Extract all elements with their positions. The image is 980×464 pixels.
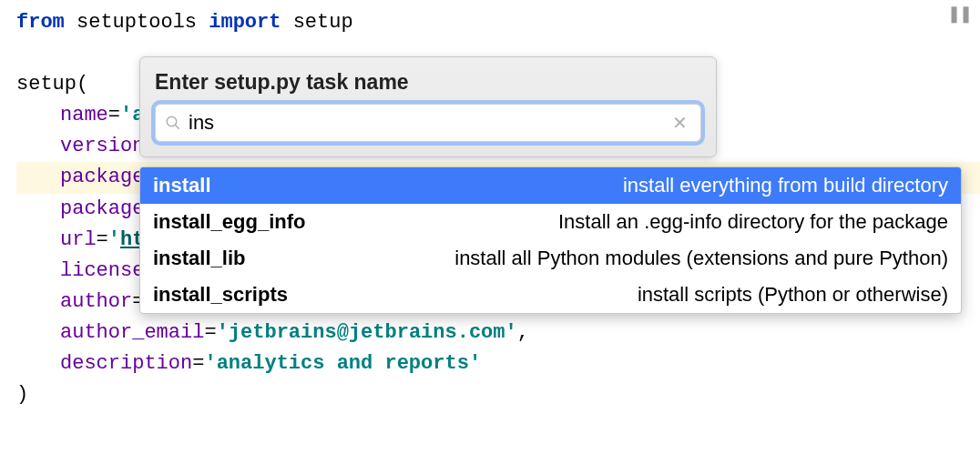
search-field-wrap[interactable]: ✕ [155,104,701,142]
svg-line-1 [175,125,179,129]
open-paren: ( [77,73,88,96]
eq: = [97,228,108,251]
suggestion-item[interactable]: install install everything from build di… [140,167,961,204]
suggestions-list: install install everything from build di… [139,166,962,314]
suggestion-name: install [153,174,211,197]
kwarg: package [60,197,144,220]
comma: , [517,321,529,344]
keyword-from: from [16,11,65,34]
search-input[interactable] [189,111,669,135]
suggestion-desc: install all Python modules (extensions a… [454,247,948,270]
eq: = [192,352,204,375]
eq: = [108,104,120,126]
clear-icon[interactable]: ✕ [669,112,691,134]
func-call: setup [16,73,77,96]
kwarg: license [60,259,144,282]
string-literal: 'analytics and reports' [204,352,481,375]
kwarg: name [60,104,108,126]
suggestion-desc: install scripts (Python or otherwise) [638,283,948,307]
code-line: author_email='jetbrains@jetbrains.com', [16,318,980,348]
search-icon [165,115,181,131]
kwarg: author [60,290,132,313]
kwarg: description [60,352,192,375]
popup-title: Enter setup.py task name [155,70,701,95]
svg-point-0 [167,116,177,126]
close-paren: ) [16,383,28,406]
suggestion-name: install_egg_info [153,210,305,234]
task-name-popup: Enter setup.py task name ✕ [139,56,717,157]
pause-icon[interactable]: ❚❚ [947,4,971,24]
import-name: setup [293,11,353,34]
string-literal: 'jetbrains@jetbrains.com' [217,321,517,344]
kwarg: version [60,135,144,157]
suggestion-item[interactable]: install_scripts install scripts (Python … [140,277,961,313]
suggestion-item[interactable]: install_egg_info Install an .egg-info di… [140,204,961,240]
eq: = [204,321,216,344]
suggestion-item[interactable]: install_lib install all Python modules (… [140,240,961,277]
quote: ' [108,228,120,251]
suggestion-desc: install everything from build directory [623,174,948,197]
code-line: ) [16,379,980,410]
kwarg: author_email [60,321,204,344]
code-line: description='analytics and reports' [16,348,980,379]
keyword-import: import [209,11,281,34]
kwarg: url [60,228,97,251]
code-line: from setuptools import setup [16,7,980,38]
kwarg: package [60,166,144,188]
suggestion-name: install_scripts [153,283,288,307]
suggestion-desc: Install an .egg-info directory for the p… [558,210,948,234]
module-name: setuptools [77,11,197,34]
suggestion-name: install_lib [153,247,245,270]
